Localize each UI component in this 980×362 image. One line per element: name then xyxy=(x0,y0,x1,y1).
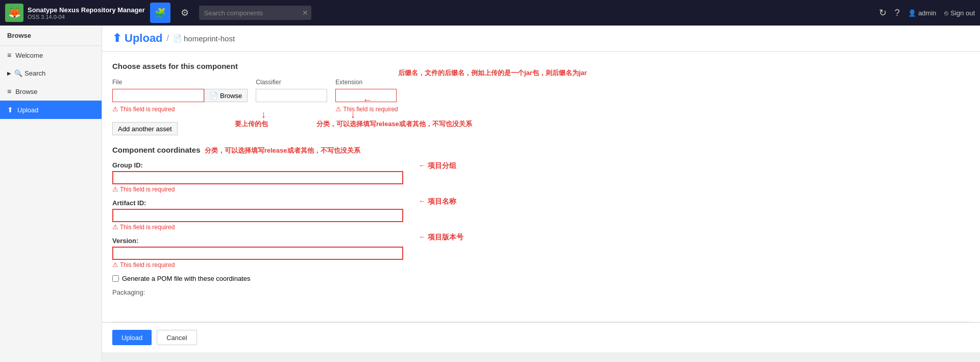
app-logo: 🦊 Sonatype Nexus Repository Manager OSS … xyxy=(5,4,145,22)
add-asset-button[interactable]: Add another asset xyxy=(112,122,178,135)
sidebar-header: Browse xyxy=(0,26,102,46)
group-id-field: Group ID: ⚠ This field is required xyxy=(112,161,970,193)
version-label: Version: xyxy=(112,237,970,245)
signout-button[interactable]: ⎋ Sign out xyxy=(944,9,975,17)
browse-label: Browse xyxy=(220,92,242,100)
logo-icon: 🦊 xyxy=(5,4,23,22)
annotation-classifier: 分类，可以选择填写release或者其他，不写也没关系 xyxy=(316,119,472,129)
version-error: ⚠ This field is required xyxy=(112,261,970,269)
group-id-input[interactable] xyxy=(112,171,403,184)
signout-icon: ⎋ xyxy=(944,9,948,17)
breadcrumb-label: homeprint-host xyxy=(184,34,235,43)
file-input[interactable] xyxy=(112,89,204,102)
upload-menu-icon: ⬆ xyxy=(7,106,13,114)
assets-row: File 📄 Browse ⚠ This field is required xyxy=(112,79,970,113)
file-field-group: File 📄 Browse ⚠ This field is required xyxy=(112,79,248,113)
search-clear-icon[interactable]: ✕ xyxy=(302,9,308,17)
file-label: File xyxy=(112,79,248,86)
sidebar-item-browse[interactable]: ≡ Browse xyxy=(0,82,102,101)
search-input[interactable] xyxy=(199,6,311,20)
group-id-label: Group ID: xyxy=(112,161,970,169)
sidebar-search-label: Search xyxy=(24,69,45,77)
user-menu[interactable]: 👤 admin xyxy=(908,9,936,17)
artifact-id-label: Artifact ID: xyxy=(112,199,970,207)
error-icon-group: ⚠ xyxy=(112,185,118,193)
app-title-group: Sonatype Nexus Repository Manager OSS 3.… xyxy=(28,6,145,20)
content-area: Choose assets for this component File 📄 … xyxy=(102,52,980,306)
artifact-id-error: ⚠ This field is required xyxy=(112,223,970,231)
main-panel: ⬆ Upload / 📄 homeprint-host Choose asset… xyxy=(102,26,980,362)
extension-label: Extension xyxy=(335,79,398,86)
cancel-button[interactable]: Cancel xyxy=(157,330,197,345)
expand-icon: ▶ xyxy=(7,70,11,76)
file-input-group: 📄 Browse xyxy=(112,89,248,102)
sidebar-browse-label: Browse xyxy=(15,88,37,95)
version-field: Version: ⚠ This field is required xyxy=(112,237,970,269)
artifact-id-input[interactable] xyxy=(112,209,403,222)
menu-icon: ≡ xyxy=(7,51,11,59)
extension-error: ⚠ This field is required xyxy=(335,105,398,113)
browse-menu-icon: ≡ xyxy=(7,87,11,95)
nav-icon[interactable]: 🧩 xyxy=(150,3,170,23)
group-id-error: ⚠ This field is required xyxy=(112,185,970,193)
main-layout: Browse ≡ Welcome ▶ 🔍 Search ≡ Browse ⬆ U… xyxy=(0,26,980,362)
error-icon-file: ⚠ xyxy=(112,105,118,113)
page-title: ⬆ Upload xyxy=(112,32,163,45)
classifier-input[interactable] xyxy=(256,89,327,102)
sidebar-welcome-label: Welcome xyxy=(15,52,43,59)
classifier-field-group: Classifier xyxy=(256,79,327,102)
classifier-label: Classifier xyxy=(256,79,327,86)
breadcrumb: 📄 homeprint-host xyxy=(173,34,235,43)
error-icon-version: ⚠ xyxy=(112,261,118,269)
bottom-action-bar: Upload Cancel xyxy=(102,322,980,352)
generate-pom-row: Generate a POM file with these coordinat… xyxy=(112,275,970,282)
coordinates-title: Component coordinates 分类，可以选择填写release或者… xyxy=(112,146,970,155)
app-header: 🦊 Sonatype Nexus Repository Manager OSS … xyxy=(0,0,980,26)
app-version: OSS 3.14.0-04 xyxy=(28,14,145,20)
header-right-actions: ↻ ? 👤 admin ⎋ Sign out xyxy=(879,7,975,18)
help-icon[interactable]: ? xyxy=(895,8,900,18)
version-input[interactable] xyxy=(112,247,403,260)
extension-field-group: Extension ⚠ This field is required xyxy=(335,79,398,113)
gear-icon[interactable]: ⚙ xyxy=(176,4,194,22)
file-error: ⚠ This field is required xyxy=(112,105,248,113)
username: admin xyxy=(918,9,936,17)
page-title-text: Upload xyxy=(125,32,163,45)
error-icon-artifact: ⚠ xyxy=(112,223,118,231)
sidebar-item-upload[interactable]: ⬆ Upload xyxy=(0,101,102,119)
sidebar: Browse ≡ Welcome ▶ 🔍 Search ≡ Browse ⬆ U… xyxy=(0,26,102,362)
packaging-label: Packaging: xyxy=(112,288,970,296)
annotation-coords-title: 分类，可以选择填写release或者其他，不写也没关系 xyxy=(205,147,360,154)
page-header: ⬆ Upload / 📄 homeprint-host xyxy=(102,26,980,52)
extension-input[interactable] xyxy=(335,89,397,102)
sidebar-item-welcome[interactable]: ≡ Welcome xyxy=(0,46,102,64)
sidebar-upload-label: Upload xyxy=(17,106,38,114)
error-icon-ext: ⚠ xyxy=(335,105,341,113)
upload-button[interactable]: Upload xyxy=(112,330,152,345)
breadcrumb-icon: 📄 xyxy=(173,34,182,42)
user-icon: 👤 xyxy=(908,9,916,17)
upload-title-icon: ⬆ xyxy=(112,32,121,45)
artifact-id-field: Artifact ID: ⚠ This field is required xyxy=(112,199,970,231)
browse-icon: 📄 xyxy=(210,92,218,100)
signout-label: Sign out xyxy=(950,9,975,17)
browse-button[interactable]: 📄 Browse xyxy=(204,89,248,102)
coordinates-section: Component coordinates 分类，可以选择填写release或者… xyxy=(112,146,970,296)
sidebar-item-search[interactable]: ▶ 🔍 Search xyxy=(0,64,102,82)
annotation-file: 要上传的包 xyxy=(235,119,268,129)
breadcrumb-separator: / xyxy=(167,34,169,43)
generate-pom-label: Generate a POM file with these coordinat… xyxy=(122,275,250,282)
search-box: ✕ xyxy=(199,6,311,20)
app-title: Sonatype Nexus Repository Manager xyxy=(28,6,145,14)
refresh-icon[interactable]: ↻ xyxy=(879,7,887,18)
choose-assets-title: Choose assets for this component xyxy=(112,62,970,70)
search-icon: 🔍 xyxy=(14,69,22,77)
generate-pom-checkbox[interactable] xyxy=(112,275,119,282)
